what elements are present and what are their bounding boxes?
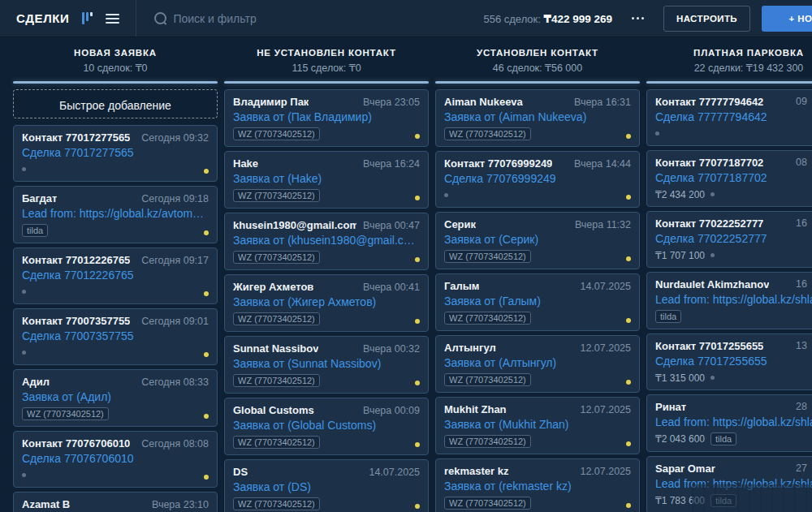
card-meta-row: ₸2 434 200: [655, 188, 812, 200]
deal-title-link[interactable]: Lead from: https://global.kz/shlagbaum: [655, 477, 812, 490]
deal-title-link[interactable]: Сделка 77076706010: [22, 452, 209, 465]
more-options-icon[interactable]: [630, 12, 646, 24]
deal-title-link[interactable]: Заявка от (Global Customs): [233, 419, 420, 432]
deal-tag: WZ (77073402512): [444, 497, 531, 510]
deal-card[interactable]: Владимир ПакВчера 23:05Заявка от (Пак Вл…: [224, 89, 429, 147]
deal-title-link[interactable]: Сделка 77012226765: [22, 269, 209, 282]
deal-title-link[interactable]: Заявка от (Пак Владимир): [233, 110, 420, 123]
card-header-row: Контакт 77076999249Вчера 14:44: [444, 157, 631, 170]
deal-title-link[interactable]: Заявка от (Mukhit Zhan): [444, 418, 631, 431]
status-dot-yellow: [626, 134, 631, 139]
deal-card[interactable]: Sunnat NassibovВчера 00:32Заявка от (Sun…: [224, 336, 429, 394]
deal-card[interactable]: АдилСегодня 08:33Заявка от (Адил)WZ (770…: [13, 369, 218, 427]
deal-timestamp: 09: [796, 96, 807, 107]
deal-contact-name: khusein1980@gmail.com: [233, 219, 356, 231]
deal-contact-name: Алтынгул: [444, 342, 496, 354]
deal-card[interactable]: rekmaster kz12.07.2025Заявка от (rekmast…: [435, 458, 640, 512]
card-header-row: Контакт 7701725565513: [655, 340, 812, 352]
deal-title-link[interactable]: Сделка 77076999249: [444, 172, 631, 185]
deal-card[interactable]: Global CustomsВчера 00:09Заявка от (Glob…: [224, 398, 429, 455]
deal-title-link[interactable]: Заявка от (Aiman Nukeeva): [444, 110, 631, 123]
deal-timestamp: Сегодня 09:01: [141, 316, 209, 327]
deal-card[interactable]: DS14.07.2025Заявка от (DS)WZ (7707340251…: [224, 459, 429, 512]
deal-timestamp: Вчера 00:41: [363, 282, 420, 293]
deal-card[interactable]: HakeВчера 16:24Заявка от (Hake)WZ (77073…: [224, 151, 429, 209]
deal-title-link[interactable]: Сделка 77077187702: [655, 171, 812, 184]
deal-timestamp: 14.07.2025: [580, 281, 631, 292]
column-stats: 115 сделок: ₸0: [224, 62, 429, 74]
deal-title-link[interactable]: Заявка от (Галым): [444, 295, 631, 308]
deal-card[interactable]: Контакт 7777779464209Сделка 77777794642: [646, 89, 812, 146]
deal-title-link[interactable]: Сделка 77022252777: [655, 232, 812, 245]
deal-card[interactable]: Контакт 7707718770208Сделка 77077187702₸…: [646, 150, 812, 207]
deal-card[interactable]: Алтынгул12.07.2025Заявка от (Алтынгул)WZ…: [435, 335, 640, 393]
deal-title-link[interactable]: Lead from: https://global.kz/avtomatika-…: [22, 207, 209, 220]
deal-title-link[interactable]: Заявка от (khusein1980@gmail.com): [233, 234, 420, 247]
deal-title-link[interactable]: Заявка от (Hake): [233, 172, 420, 185]
card-meta-row: [22, 163, 209, 175]
deal-card[interactable]: БагдатСегодня 09:18Lead from: https://gl…: [13, 186, 218, 243]
deal-card[interactable]: Жигер АхметовВчера 00:41Заявка от (Жигер…: [224, 274, 429, 332]
deal-contact-name: Aiman Nukeeva: [444, 96, 523, 108]
deal-timestamp: Вчера 23:10: [152, 499, 209, 510]
card-header-row: rekmaster kz12.07.2025: [444, 465, 631, 477]
card-header-row: Жигер АхметовВчера 00:41: [233, 281, 420, 293]
deal-title-link[interactable]: Заявка от (Адил): [22, 390, 209, 403]
pipeline-view-icon[interactable]: [82, 12, 93, 25]
deal-title-link[interactable]: Заявка от (Sunnat Nassibov): [233, 357, 420, 370]
deal-timestamp: 28: [796, 401, 807, 412]
deal-card[interactable]: Контакт 7701725565513Сделка 77017255655₸…: [646, 333, 812, 390]
column-stats: 22 сделки: ₸19 432 300: [646, 62, 812, 74]
card-header-row: АдилСегодня 08:33: [22, 376, 209, 388]
deal-contact-name: Контакт 77076706010: [22, 437, 130, 450]
deal-card[interactable]: Контакт 77076999249Вчера 14:44Сделка 770…: [435, 151, 640, 208]
deal-card[interactable]: khusein1980@gmail.comВчера 00:47Заявка о…: [224, 213, 429, 270]
deal-card[interactable]: Sapar Omar27Lead from: https://global.kz…: [646, 456, 812, 512]
column-underline: [435, 81, 640, 84]
quick-add-button[interactable]: Быстрое добавление: [13, 89, 218, 118]
deal-card[interactable]: СерикВчера 11:32Заявка от (Серик)WZ (770…: [435, 212, 640, 269]
deal-card[interactable]: Контакт 77007357755Сегодня 09:01Сделка 7…: [13, 308, 218, 365]
deal-tag: tilda: [710, 494, 736, 507]
card-header-row: Контакт 7777779464209: [655, 96, 812, 108]
deal-contact-name: Mukhit Zhan: [444, 403, 507, 415]
card-meta-row: WZ (77073402512): [233, 127, 420, 140]
deal-title-link[interactable]: Заявка от (Алтынгул): [444, 356, 631, 369]
deal-card[interactable]: Контакт 77076706010Сегодня 08:08Сделка 7…: [13, 431, 218, 488]
deal-card[interactable]: Контакт 77012226765Сегодня 09:17Сделка 7…: [13, 247, 218, 304]
deal-card[interactable]: Ринат28Lead from: https://global.kz/shla…: [646, 394, 812, 452]
deal-title-link[interactable]: Заявка от (DS): [233, 480, 420, 493]
column-underline: [646, 81, 812, 84]
status-dot-yellow: [204, 475, 209, 480]
new-deal-button[interactable]: + НО: [762, 6, 812, 32]
deal-title-link[interactable]: Lead from: https://global.kz/shlagbaum: [655, 415, 812, 428]
configure-button[interactable]: НАСТРОИТЬ: [663, 6, 750, 32]
deal-contact-name: Галым: [444, 280, 479, 292]
top-bar: СДЕЛКИ Поиск и фильтр 556 сделок: ₸422 9…: [0, 0, 812, 37]
deal-card[interactable]: Mukhit Zhan12.07.2025Заявка от (Mukhit Z…: [435, 397, 640, 454]
status-dot-gray: [444, 193, 448, 197]
deal-card[interactable]: Azamat BВчера 23:10Заявка от (Azamat B.)…: [13, 492, 218, 512]
deal-title-link[interactable]: Lead from: https://global.kz/shlagbaum: [655, 293, 812, 306]
deal-card[interactable]: Контакт 7702225277716Сделка 77022252777₸…: [646, 211, 812, 268]
search-input[interactable]: Поиск и фильтр: [154, 12, 483, 25]
deal-title-link[interactable]: Заявка от (Жигер Ахметов): [233, 295, 420, 308]
deal-contact-name: Контакт 77017277565: [22, 131, 130, 144]
deal-title-link[interactable]: Заявка от (Серик): [444, 233, 631, 246]
card-meta-row: ₸1 783 600tilda: [655, 494, 812, 507]
card-meta-row: [444, 189, 631, 201]
card-meta-row: WZ (77073402512): [233, 189, 420, 202]
deal-card[interactable]: Aiman NukeevaВчера 16:31Заявка от (Aiman…: [435, 89, 640, 147]
menu-icon[interactable]: [106, 14, 119, 24]
deal-card[interactable]: Контакт 77017277565Сегодня 09:32Сделка 7…: [13, 125, 218, 182]
deal-card[interactable]: Галым14.07.2025Заявка от (Галым)WZ (7707…: [435, 273, 640, 331]
deal-title-link[interactable]: Сделка 77777794642: [655, 110, 812, 123]
deal-title-link[interactable]: Заявка от (rekmaster kz): [444, 480, 631, 493]
deal-title-link[interactable]: Сделка 77017277565: [22, 146, 209, 159]
deal-title-link[interactable]: Сделка 77017255655: [655, 355, 812, 368]
deal-card[interactable]: Nurdaulet Akimzhanov16Lead from: https:/…: [646, 272, 812, 329]
deal-title-link[interactable]: Сделка 77007357755: [22, 329, 209, 342]
deal-contact-name: Sapar Omar: [655, 463, 715, 475]
card-list: Aiman NukeevaВчера 16:31Заявка от (Aiman…: [435, 89, 640, 512]
column-header: НОВАЯ ЗАЯВКА 10 сделок: ₸0: [13, 37, 218, 84]
